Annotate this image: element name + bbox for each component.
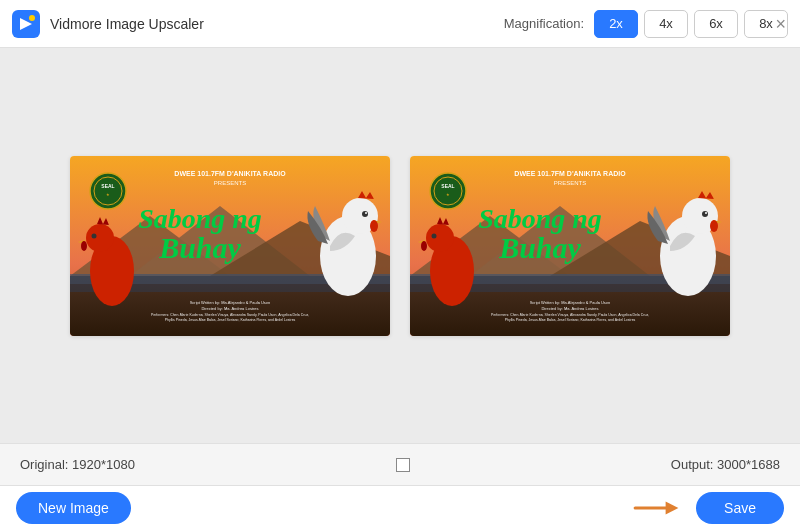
svg-text:DWEE 101.7FM D'ANIKITA RADIO: DWEE 101.7FM D'ANIKITA RADIO [514, 170, 626, 177]
arrow-area [131, 494, 696, 522]
svg-text:Performers: Chen-Marie Kuderna: Performers: Chen-Marie Kuderna, Sherlen … [491, 313, 649, 317]
output-image-panel: SEAL ★ DWEE 101.7FM D'ANIKITA RADIO PRES… [410, 156, 730, 336]
svg-text:Buhay: Buhay [498, 231, 581, 264]
svg-text:Performers: Chen-Marie Kuderna: Performers: Chen-Marie Kuderna, Sherlen … [151, 313, 309, 317]
svg-text:Sabong ng: Sabong ng [138, 203, 262, 234]
svg-point-60 [432, 233, 437, 238]
svg-text:Sabong ng: Sabong ng [478, 203, 602, 234]
svg-point-54 [705, 212, 707, 214]
svg-point-56 [710, 220, 718, 232]
compare-toggle[interactable] [396, 458, 410, 472]
svg-text:SEAL: SEAL [441, 183, 454, 189]
magnification-buttons: 2x 4x 6x 8x [594, 10, 788, 38]
svg-text:Script Written by: Ma.Alejandr: Script Written by: Ma.Alejandro & Paula … [190, 300, 271, 305]
svg-text:Directed by: Ma. Andrea Lostre: Directed by: Ma. Andrea Lostres [201, 306, 258, 311]
svg-point-28 [92, 233, 97, 238]
bottom-bar: New Image Save [0, 485, 800, 529]
svg-text:SEAL: SEAL [101, 183, 114, 189]
output-image: SEAL ★ DWEE 101.7FM D'ANIKITA RADIO PRES… [410, 156, 730, 336]
svg-text:Phyllis Pineda, Jesus-Mae Balc: Phyllis Pineda, Jesus-Mae Balca, Jesel S… [165, 318, 296, 322]
svg-point-22 [365, 212, 367, 214]
svg-point-21 [362, 211, 368, 217]
svg-point-26 [86, 224, 114, 252]
arrow-icon [632, 494, 680, 522]
svg-text:PRESENTS: PRESENTS [214, 180, 246, 186]
svg-text:★: ★ [106, 192, 110, 197]
svg-point-58 [426, 224, 454, 252]
svg-point-42 [430, 173, 466, 209]
svg-text:PRESENTS: PRESENTS [554, 180, 586, 186]
status-bar: Original: 1920*1080 Output: 3000*1688 [0, 443, 800, 485]
app-logo [12, 10, 40, 38]
mag-4x-button[interactable]: 4x [644, 10, 688, 38]
original-image: SEAL ★ DWEE 101.7FM D'ANIKITA RADIO PRES… [70, 156, 390, 336]
status-center [135, 458, 671, 472]
svg-text:DWEE 101.7FM D'ANIKITA RADIO: DWEE 101.7FM D'ANIKITA RADIO [174, 170, 286, 177]
svg-text:Phyllis Pineda, Jesus-Mae Balc: Phyllis Pineda, Jesus-Mae Balca, Jesel S… [505, 318, 636, 322]
original-image-panel: SEAL ★ DWEE 101.7FM D'ANIKITA RADIO PRES… [70, 156, 390, 336]
svg-text:Directed by: Ma. Andrea Lostre: Directed by: Ma. Andrea Lostres [541, 306, 598, 311]
svg-point-53 [702, 211, 708, 217]
svg-point-24 [370, 220, 378, 232]
svg-marker-68 [666, 501, 679, 514]
mag-2x-button[interactable]: 2x [594, 10, 638, 38]
svg-text:★: ★ [446, 192, 450, 197]
svg-text:Script Written by: Ma.Alejandr: Script Written by: Ma.Alejandro & Paula … [530, 300, 611, 305]
save-button[interactable]: Save [696, 492, 784, 524]
svg-point-2 [29, 15, 35, 21]
svg-point-30 [81, 241, 87, 251]
new-image-button[interactable]: New Image [16, 492, 131, 524]
close-button[interactable]: × [775, 15, 786, 33]
output-size-label: Output: 3000*1688 [671, 457, 780, 472]
original-size-label: Original: 1920*1080 [20, 457, 135, 472]
svg-point-10 [90, 173, 126, 209]
main-area: SEAL ★ DWEE 101.7FM D'ANIKITA RADIO PRES… [0, 48, 800, 443]
svg-point-62 [421, 241, 427, 251]
title-bar: Vidmore Image Upscaler Magnification: 2x… [0, 0, 800, 48]
svg-text:Buhay: Buhay [158, 231, 241, 264]
app-title: Vidmore Image Upscaler [50, 16, 204, 32]
mag-6x-button[interactable]: 6x [694, 10, 738, 38]
magnification-label: Magnification: [504, 16, 584, 31]
